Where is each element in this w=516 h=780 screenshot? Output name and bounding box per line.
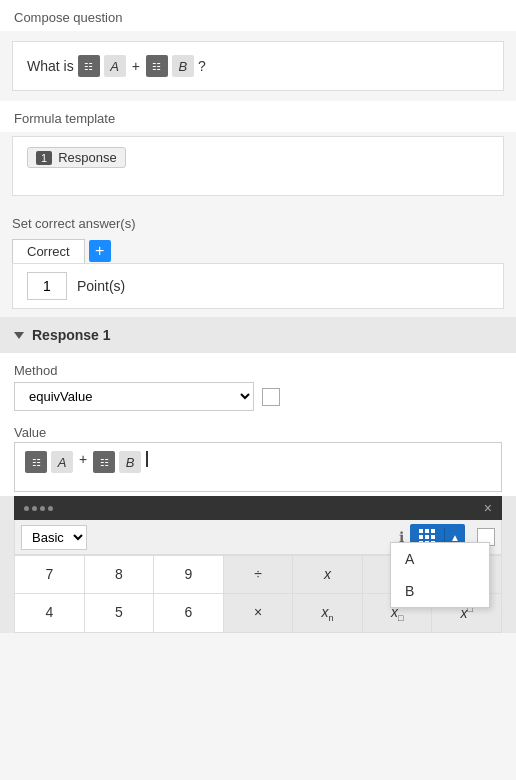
dot1 <box>24 506 29 511</box>
dropdown-item-a[interactable]: A <box>391 543 489 575</box>
tabs-row: Correct + <box>12 239 504 263</box>
dot4 <box>48 506 53 511</box>
svg-rect-4 <box>425 535 429 539</box>
method-checkbox[interactable] <box>262 388 280 406</box>
dot2 <box>32 506 37 511</box>
dropdown-item-b[interactable]: B <box>391 575 489 607</box>
key-8[interactable]: 8 <box>85 556 154 593</box>
toolbar-bar: × <box>14 496 502 520</box>
correct-section: Set correct answer(s) Correct + Point(s) <box>0 206 516 309</box>
formula-box: 1 Response <box>12 136 504 196</box>
svg-rect-5 <box>431 535 435 539</box>
toolbar-close-icon[interactable]: × <box>484 500 492 516</box>
svg-rect-1 <box>425 529 429 533</box>
method-area: Method equivValue equivLiteral equivSymb… <box>0 353 516 496</box>
key-4[interactable]: 4 <box>15 594 84 633</box>
compose-section: Compose question What is ☷ A + ☷ B ? <box>0 0 516 91</box>
tab-correct-label: Correct <box>27 244 70 259</box>
question-box: What is ☷ A + ☷ B ? <box>12 41 504 91</box>
value-matrix-icon-a: ☷ <box>25 451 47 473</box>
response-block-label: Response 1 <box>32 327 111 343</box>
add-tab-button[interactable]: + <box>89 240 111 262</box>
method-label: Method <box>0 353 516 382</box>
row-with-checkbox: equivValue equivLiteral equivSymbolic <box>14 382 280 411</box>
compose-label: Compose question <box>0 0 516 31</box>
response-block: Response 1 Method equivValue equivLitera… <box>0 317 516 633</box>
dot3 <box>40 506 45 511</box>
value-var-a: A <box>51 451 73 473</box>
key-x[interactable]: x <box>293 556 362 593</box>
what-is-text: What is <box>27 58 74 74</box>
key-9[interactable]: 9 <box>154 556 223 593</box>
points-row: Point(s) <box>12 263 504 309</box>
response-text: Response <box>58 150 117 165</box>
key-5[interactable]: 5 <box>85 594 154 633</box>
svg-rect-0 <box>419 529 423 533</box>
plus-text: + <box>132 58 140 74</box>
key-multiply[interactable]: × <box>224 594 293 633</box>
response-num: 1 <box>36 151 52 165</box>
formula-label: Formula template <box>0 101 516 132</box>
response-header: Response 1 <box>0 317 516 353</box>
svg-rect-3 <box>419 535 423 539</box>
svg-rect-2 <box>431 529 435 533</box>
value-label: Value <box>0 421 516 442</box>
key-divide[interactable]: ÷ <box>224 556 293 593</box>
points-input[interactable] <box>27 272 67 300</box>
value-matrix-icon-b: ☷ <box>93 451 115 473</box>
value-plus: + <box>79 451 87 467</box>
tab-correct[interactable]: Correct <box>12 239 85 263</box>
correct-title: Set correct answer(s) <box>12 216 504 231</box>
method-select-row: equivValue equivLiteral equivSymbolic <box>0 382 516 421</box>
matrix-icon-a: ☷ <box>78 55 100 77</box>
key-7[interactable]: 7 <box>15 556 84 593</box>
dropdown-overlay: A B <box>390 542 490 608</box>
matrix-icon-b: ☷ <box>146 55 168 77</box>
toolbar-dots <box>24 506 53 511</box>
value-input-area[interactable]: ☷ A + ☷ B <box>14 442 502 492</box>
key-6[interactable]: 6 <box>154 594 223 633</box>
var-b: B <box>172 55 194 77</box>
points-label: Point(s) <box>77 278 125 294</box>
add-icon: + <box>95 242 104 260</box>
key-xn[interactable]: xn <box>293 594 362 633</box>
cursor <box>146 451 148 467</box>
method-select[interactable]: equivValue equivLiteral equivSymbolic <box>14 382 254 411</box>
value-var-b: B <box>119 451 141 473</box>
response-pill: 1 Response <box>27 147 126 168</box>
triangle-down-icon <box>14 332 24 339</box>
formula-section: Formula template 1 Response <box>0 101 516 196</box>
suffix-text: ? <box>198 58 206 74</box>
keyboard-mode-select[interactable]: Basic <box>21 525 87 550</box>
var-a: A <box>104 55 126 77</box>
